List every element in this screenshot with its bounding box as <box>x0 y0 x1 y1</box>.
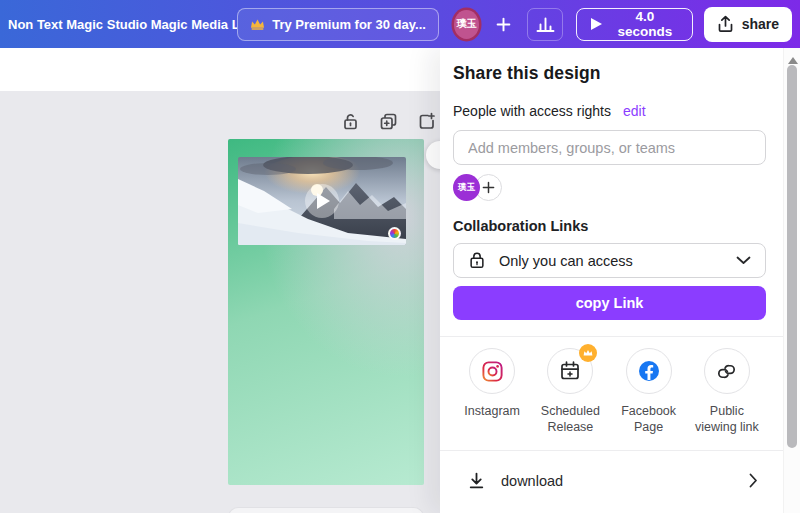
scrollbar-thumb[interactable] <box>787 65 797 448</box>
scrollbar-up-arrow[interactable] <box>788 52 798 64</box>
social-item-facebook-page[interactable]: Facebook Page <box>610 348 688 436</box>
collaboration-links-label: Collaboration Links <box>453 218 766 234</box>
user-avatar[interactable]: 璞玉 <box>454 10 480 39</box>
member-avatar[interactable]: 璞玉 <box>453 174 480 201</box>
panel-scrollbar <box>783 48 800 513</box>
access-dropdown[interactable]: Only you can access <box>453 243 766 278</box>
unlock-button[interactable] <box>340 111 361 132</box>
social-label: Instagram <box>464 403 520 419</box>
video-play-icon[interactable] <box>305 184 339 218</box>
topbar-actions: Try Premium for 30 day... 璞玉 4.0 seconds… <box>237 7 792 42</box>
video-element[interactable] <box>238 157 406 245</box>
calendar-icon <box>559 360 581 382</box>
facebook-icon <box>637 359 661 383</box>
social-row: Instagram Scheduled Release <box>453 348 766 436</box>
add-page-button[interactable] <box>416 111 437 132</box>
share-button[interactable]: share <box>704 7 792 42</box>
plus-icon <box>496 17 511 32</box>
workspace: Share this design People with access rig… <box>0 48 800 513</box>
share-label: share <box>742 16 779 32</box>
add-members-input[interactable] <box>453 130 766 165</box>
social-label: Facebook Page <box>610 403 688 436</box>
access-rights-row: People with access rights edit <box>453 103 766 119</box>
access-rights-label: People with access rights <box>453 103 611 119</box>
try-premium-label: Try Premium for 30 day... <box>272 17 426 32</box>
plus-icon <box>482 181 495 194</box>
next-page[interactable] <box>228 507 424 513</box>
chevron-down-icon <box>736 256 751 265</box>
download-icon <box>467 472 486 490</box>
duplicate-page-button[interactable] <box>378 111 399 132</box>
social-item-scheduled-release[interactable]: Scheduled Release <box>531 348 609 436</box>
upload-icon <box>717 15 734 33</box>
social-item-public-viewing-link[interactable]: Public viewing link <box>688 348 766 436</box>
duration-label: 4.0 seconds <box>612 9 678 39</box>
share-social-media-row[interactable]: Share on social media <box>453 509 766 513</box>
lock-icon <box>468 251 486 270</box>
app-badge-icon <box>388 227 401 240</box>
design-page[interactable] <box>228 139 424 485</box>
download-row[interactable]: download <box>453 467 766 495</box>
preview-duration-button[interactable]: 4.0 seconds <box>576 8 693 41</box>
link-icon <box>715 360 738 383</box>
social-label: Public viewing link <box>688 403 766 436</box>
try-premium-button[interactable]: Try Premium for 30 day... <box>237 8 439 41</box>
share-panel: Share this design People with access rig… <box>440 48 800 513</box>
chevron-right-icon <box>749 473 758 488</box>
add-member-button[interactable] <box>492 9 515 39</box>
member-row: 璞玉 <box>453 174 766 201</box>
access-dropdown-value: Only you can access <box>499 253 633 269</box>
panel-title: Share this design <box>453 63 766 84</box>
social-label: Scheduled Release <box>531 403 609 436</box>
premium-crown-badge <box>579 344 597 362</box>
instagram-icon <box>481 360 504 383</box>
crown-icon <box>250 18 265 30</box>
bar-chart-icon <box>536 16 555 33</box>
download-label: download <box>501 473 563 489</box>
copy-link-button[interactable]: copy Link <box>453 286 766 320</box>
divider <box>440 450 786 451</box>
top-bar: Non Text Magic Studio Magic Media L&P - … <box>0 0 800 48</box>
divider <box>440 336 786 337</box>
stats-button[interactable] <box>527 8 563 41</box>
document-title[interactable]: Non Text Magic Studio Magic Media L&P - … <box>8 17 237 32</box>
edit-link[interactable]: edit <box>623 103 646 119</box>
play-icon <box>591 18 602 30</box>
page-tools <box>340 111 437 132</box>
social-item-instagram[interactable]: Instagram <box>453 348 531 436</box>
